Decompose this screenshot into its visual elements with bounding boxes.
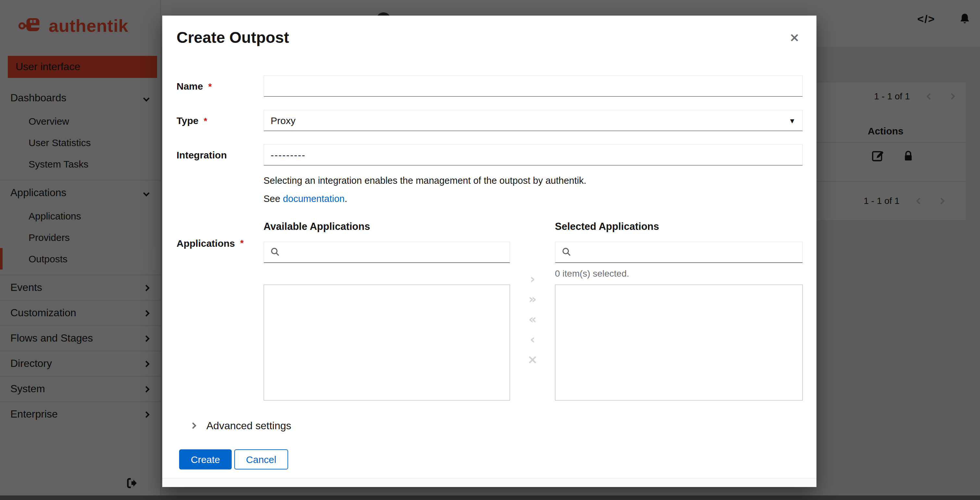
type-select-value: Proxy — [270, 115, 296, 126]
move-selected-right-icon[interactable]: › — [530, 272, 535, 285]
required-marker: * — [208, 81, 212, 91]
clear-selection-icon[interactable]: × — [527, 353, 538, 365]
selected-applications-title: Selected Applications — [555, 220, 803, 232]
selected-applications-list[interactable] — [555, 284, 803, 400]
selected-count-text: 0 item(s) selected. — [555, 263, 803, 284]
type-select[interactable]: Proxy ▼ — [264, 110, 803, 131]
close-icon[interactable]: × — [784, 29, 805, 46]
create-button[interactable]: Create — [179, 449, 232, 469]
screen: </> authentik User interface Dashboards … — [0, 0, 980, 500]
available-search-input[interactable] — [264, 241, 510, 263]
advanced-settings-toggle[interactable]: Advanced settings — [191, 420, 803, 432]
type-label: Type* — [177, 110, 264, 131]
integration-label: Integration — [177, 144, 264, 166]
available-applications-list[interactable] — [264, 284, 510, 400]
required-marker: * — [204, 115, 207, 126]
documentation-link[interactable]: documentation — [283, 194, 345, 204]
modal-footer-strip — [162, 478, 816, 487]
required-marker: * — [240, 237, 244, 248]
available-list-spacer — [264, 263, 510, 284]
search-icon — [562, 247, 572, 257]
applications-label: Applications* — [177, 220, 264, 400]
move-all-left-icon[interactable]: « — [529, 313, 537, 325]
move-selected-left-icon[interactable]: ‹ — [530, 333, 535, 345]
integration-select[interactable]: --------- — [264, 144, 803, 166]
move-all-right-icon[interactable]: » — [529, 293, 537, 305]
available-applications-column: Available Applications — [264, 220, 510, 400]
applications-dual-select: Available Applications › » « ‹ × — [264, 220, 803, 400]
transfer-controls: › » « ‹ × — [510, 220, 555, 398]
search-icon — [270, 247, 280, 257]
window-bottom-edge — [0, 495, 980, 500]
advanced-settings-label: Advanced settings — [206, 420, 291, 432]
name-input[interactable] — [264, 75, 803, 97]
chevron-right-icon — [190, 422, 196, 429]
cancel-button[interactable]: Cancel — [234, 449, 288, 469]
create-outpost-form: Name* Type* Proxy ▼ Integration ------- — [177, 75, 803, 469]
modal-title: Create Outpost — [177, 29, 289, 47]
integration-help-text: Selecting an integration enables the man… — [264, 175, 803, 187]
name-label: Name* — [177, 75, 264, 97]
caret-down-icon: ▼ — [789, 116, 796, 124]
create-outpost-modal: Create Outpost × Name* Type* Proxy ▼ — [162, 16, 816, 487]
available-applications-title: Available Applications — [264, 220, 510, 232]
integration-help-link-line: See documentation. — [264, 193, 803, 205]
selected-applications-column: Selected Applications 0 item(s) selected… — [555, 220, 803, 400]
selected-search-input[interactable] — [555, 241, 803, 263]
